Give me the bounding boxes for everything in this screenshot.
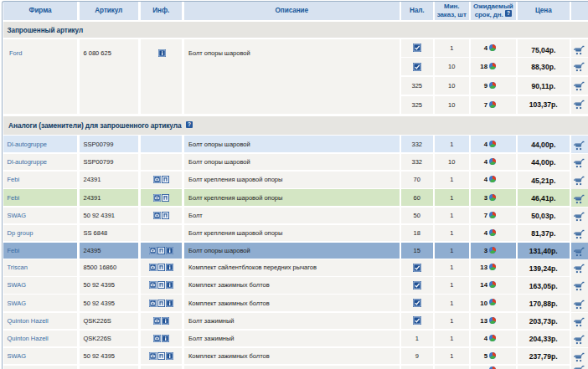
svg-text:?: ? bbox=[507, 10, 510, 16]
svg-text:?: ? bbox=[188, 122, 191, 128]
